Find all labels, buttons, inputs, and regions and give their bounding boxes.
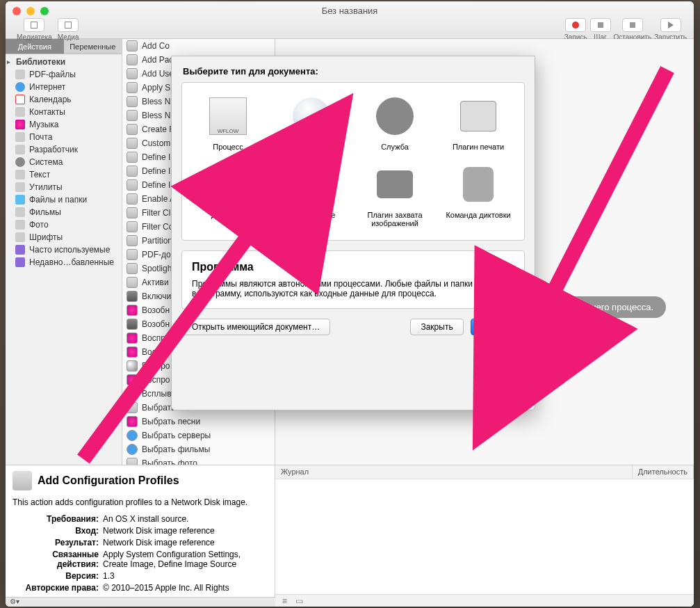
favorites-row[interactable]: Часто используемые	[6, 243, 122, 256]
action-item-label: Включи	[142, 291, 171, 301]
library-item[interactable]: Почта	[6, 131, 122, 143]
action-item[interactable]: Add Co	[122, 39, 275, 53]
close-window-icon[interactable]	[13, 7, 21, 15]
type-folder[interactable]: Действие	[188, 162, 268, 229]
type-calendar[interactable]: JUL17Уведомление Календаря	[271, 162, 352, 229]
media-btn[interactable]: Медиа	[58, 18, 79, 41]
action-item-label: Custom	[142, 138, 170, 148]
type-folder-label: Действие	[206, 209, 250, 221]
type-print[interactable]: Плагин печати	[438, 94, 519, 152]
type-dictation-icon	[456, 162, 500, 207]
library-item[interactable]: Календарь	[6, 93, 122, 106]
log-col-duration[interactable]: Длительность	[633, 465, 694, 479]
library-item[interactable]: Система	[6, 156, 122, 168]
library-item-label: Файлы и папки	[29, 195, 87, 205]
action-item[interactable]: Выбрать серверы	[122, 429, 275, 442]
type-capture-label: Плагин захвата изображений	[355, 209, 435, 229]
library-item-icon	[15, 182, 25, 192]
action-item[interactable]: Выбрать фильмы	[122, 442, 275, 456]
library-item-icon	[15, 220, 25, 230]
close-button[interactable]: Закрыть	[410, 319, 463, 335]
library-item[interactable]: Фото	[6, 218, 122, 231]
type-capture-icon	[373, 162, 417, 207]
type-dictation[interactable]: Команда диктовки	[438, 162, 519, 229]
tab-variables[interactable]: Переменные	[64, 39, 122, 54]
action-item-icon	[127, 124, 138, 135]
library-item-icon	[15, 157, 25, 167]
action-item-label: Воспро	[142, 333, 170, 343]
log-view-list-icon[interactable]: ≡	[282, 596, 287, 606]
media-btn-label: Медиа	[58, 33, 79, 41]
record-btn-icon	[565, 18, 586, 32]
library-item-label: Фото	[29, 220, 49, 230]
library-item[interactable]: Разработчик	[6, 143, 122, 156]
action-item-label: Filter Cl	[142, 208, 170, 218]
zoom-window-icon[interactable]	[40, 7, 49, 15]
action-item-label: Spotligh	[142, 264, 172, 273]
type-print-label: Плагин печати	[447, 141, 510, 152]
recent-row[interactable]: Недавно…бавленные	[6, 256, 122, 269]
action-item[interactable]: Выбрать песни	[122, 415, 275, 429]
type-application[interactable]: Программа	[271, 94, 352, 152]
library-item-icon	[15, 82, 25, 92]
action-item-icon	[127, 374, 138, 385]
open-existing-button[interactable]: Открыть имеющийся документ…	[181, 319, 330, 335]
recent-icon	[15, 257, 25, 267]
library-item[interactable]: Контакты	[6, 106, 122, 118]
info-label: Результат:	[13, 538, 103, 547]
window-title: Без названия	[322, 6, 378, 16]
type-calendar-icon: JUL17	[289, 162, 334, 207]
library-item-label: Текст	[29, 170, 50, 179]
info-value: Network Disk image reference	[103, 538, 268, 547]
action-item-label: Bless N	[142, 111, 170, 120]
library-item[interactable]: Интернет	[6, 81, 122, 93]
library-item[interactable]: Фильмы	[6, 206, 122, 218]
action-item-label: Define I	[142, 166, 170, 176]
action-item-icon	[127, 235, 138, 246]
action-item-label: Активи	[142, 278, 169, 287]
library-item[interactable]: Музыка	[6, 118, 122, 131]
favorites-icon	[15, 245, 25, 255]
minimize-window-icon[interactable]	[26, 7, 35, 15]
type-workflow-label: Процесс	[207, 141, 248, 152]
log-col-journal[interactable]: Журнал	[275, 465, 633, 479]
stop-btn[interactable]: Остановить	[614, 18, 652, 41]
type-service[interactable]: Служба	[355, 94, 435, 152]
library-item[interactable]: Файлы и папки	[6, 193, 122, 206]
type-capture[interactable]: Плагин захвата изображений	[355, 162, 435, 229]
library-item-label: Разработчик	[29, 145, 78, 154]
record-btn[interactable]: Запись	[564, 18, 587, 41]
action-item-icon	[127, 68, 138, 79]
info-label: Связанные действия:	[13, 550, 103, 569]
type-grid: WFLOWПроцессПрограммаСлужбаПлагин печати…	[181, 82, 525, 241]
action-item-label: Create F	[142, 125, 174, 134]
info-value: Network Disk image reference	[103, 526, 268, 536]
library-item[interactable]: Текст	[6, 168, 122, 181]
action-item-label: Возобн	[142, 305, 170, 315]
action-item-icon	[127, 152, 138, 163]
library-item-icon	[15, 145, 25, 154]
library-item[interactable]: Шрифты	[6, 231, 122, 243]
tab-actions[interactable]: Действия	[6, 39, 64, 54]
library-item[interactable]: Утилиты	[6, 181, 122, 193]
library-item-label: Утилиты	[29, 182, 63, 192]
library-header[interactable]: Библиотеки	[6, 56, 122, 68]
type-workflow[interactable]: WFLOWПроцесс	[188, 94, 268, 152]
choose-button[interactable]: Выбрать	[471, 319, 525, 335]
info-description: This action adds configuration profiles …	[13, 497, 268, 507]
action-item-icon	[127, 193, 138, 205]
info-panel: Add Configuration Profiles This action a…	[6, 465, 275, 597]
action-item-icon	[127, 360, 138, 371]
step-btn[interactable]: Шаг	[590, 18, 611, 41]
run-btn[interactable]: Запустить	[654, 18, 687, 41]
document-type-sheet: Выберите тип для документа: WFLOWПроцесс…	[171, 56, 535, 410]
action-item-icon	[127, 179, 138, 191]
library-item-icon	[15, 107, 25, 117]
gear-menu-icon[interactable]: ⚙︎▾	[10, 598, 19, 605]
log-view-grid-icon[interactable]: ▭	[295, 596, 303, 606]
library-btn[interactable]: Медиатека	[17, 18, 52, 41]
library-item[interactable]: PDF-файлы	[6, 68, 122, 81]
action-item-icon	[127, 444, 138, 455]
statusbar: ⚙︎▾	[6, 597, 275, 607]
library-item-icon	[15, 95, 25, 104]
